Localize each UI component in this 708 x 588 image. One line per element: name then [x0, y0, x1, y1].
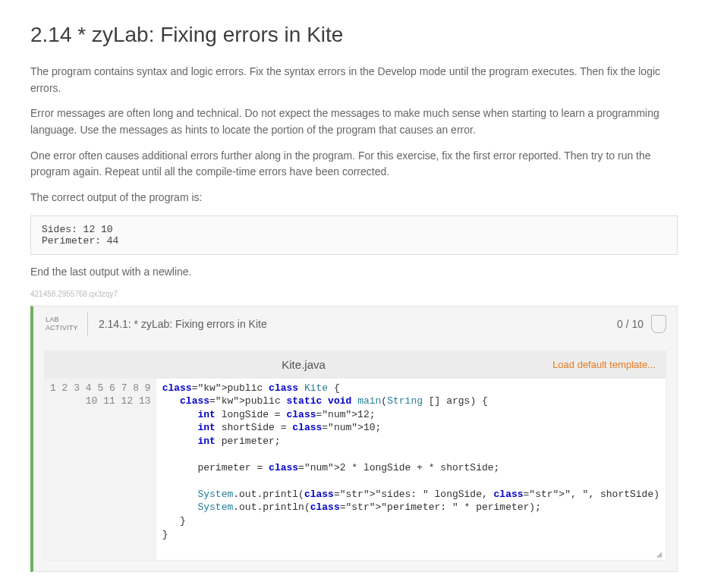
- lab-activity-panel: LAB ACTIVITY 2.14.1: * zyLab: Fixing err…: [30, 306, 678, 572]
- code-editor[interactable]: 1 2 3 4 5 6 7 8 9 10 11 12 13 class="kw"…: [44, 379, 666, 561]
- lab-label-line2: ACTIVITY: [46, 324, 78, 332]
- lab-label-line1: LAB: [46, 316, 78, 324]
- code-area[interactable]: class="kw">public class Kite { class="kw…: [156, 379, 666, 560]
- intro-paragraph-4: The correct output of the program is:: [30, 190, 678, 206]
- page-title: 2.14 * zyLab: Fixing errors in Kite: [30, 23, 678, 47]
- intro-paragraph-3: One error often causes additional errors…: [30, 148, 678, 181]
- line-number-gutter: 1 2 3 4 5 6 7 8 9 10 11 12 13: [45, 379, 156, 560]
- lab-activity-label: LAB ACTIVITY: [41, 313, 88, 335]
- lab-title: 2.14.1: * zyLab: Fixing errors in Kite: [88, 313, 617, 335]
- intro-paragraph-1: The program contains syntax and logic er…: [30, 64, 678, 96]
- lab-score: 0 / 10: [617, 313, 643, 335]
- expected-output-box: Sides: 12 10 Perimeter: 44: [30, 215, 678, 255]
- score-shield-icon: [651, 315, 666, 333]
- intro-paragraph-5: End the last output with a newline.: [30, 264, 678, 281]
- intro-paragraph-2: Error messages are often long and techni…: [30, 105, 678, 138]
- file-bar: Kite.java Load default template...: [44, 351, 666, 379]
- load-default-template-link[interactable]: Load default template...: [552, 359, 656, 370]
- lab-header: LAB ACTIVITY 2.14.1: * zyLab: Fixing err…: [33, 307, 677, 341]
- watermark-id: 421458.2955768.qx3zqy7: [30, 290, 678, 298]
- resize-handle-icon[interactable]: ◢: [656, 552, 664, 559]
- file-name: Kite.java: [55, 358, 552, 371]
